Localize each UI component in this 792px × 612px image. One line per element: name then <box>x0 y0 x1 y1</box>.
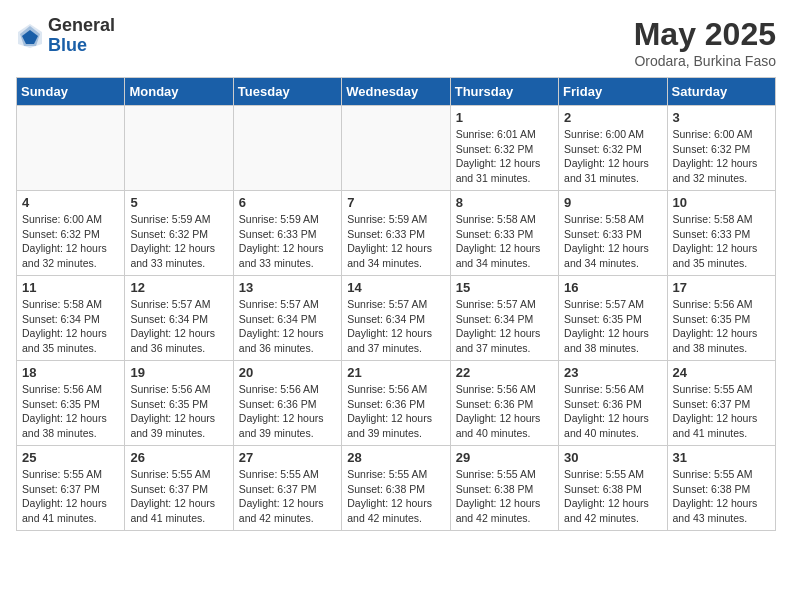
day-header-thursday: Thursday <box>450 78 558 106</box>
calendar-cell: 1Sunrise: 6:01 AM Sunset: 6:32 PM Daylig… <box>450 106 558 191</box>
day-info: Sunrise: 5:58 AM Sunset: 6:33 PM Dayligh… <box>564 212 661 271</box>
calendar-cell: 29Sunrise: 5:55 AM Sunset: 6:38 PM Dayli… <box>450 446 558 531</box>
calendar-cell: 25Sunrise: 5:55 AM Sunset: 6:37 PM Dayli… <box>17 446 125 531</box>
calendar-cell: 7Sunrise: 5:59 AM Sunset: 6:33 PM Daylig… <box>342 191 450 276</box>
calendar-cell: 12Sunrise: 5:57 AM Sunset: 6:34 PM Dayli… <box>125 276 233 361</box>
calendar-cell: 30Sunrise: 5:55 AM Sunset: 6:38 PM Dayli… <box>559 446 667 531</box>
calendar-cell: 23Sunrise: 5:56 AM Sunset: 6:36 PM Dayli… <box>559 361 667 446</box>
day-info: Sunrise: 6:01 AM Sunset: 6:32 PM Dayligh… <box>456 127 553 186</box>
calendar-cell: 6Sunrise: 5:59 AM Sunset: 6:33 PM Daylig… <box>233 191 341 276</box>
day-info: Sunrise: 5:55 AM Sunset: 6:37 PM Dayligh… <box>239 467 336 526</box>
logo: General Blue <box>16 16 115 56</box>
day-info: Sunrise: 5:57 AM Sunset: 6:35 PM Dayligh… <box>564 297 661 356</box>
day-info: Sunrise: 5:56 AM Sunset: 6:36 PM Dayligh… <box>347 382 444 441</box>
day-number: 18 <box>22 365 119 380</box>
calendar-cell <box>125 106 233 191</box>
day-number: 3 <box>673 110 770 125</box>
week-row-1: 1Sunrise: 6:01 AM Sunset: 6:32 PM Daylig… <box>17 106 776 191</box>
day-number: 19 <box>130 365 227 380</box>
calendar-cell: 22Sunrise: 5:56 AM Sunset: 6:36 PM Dayli… <box>450 361 558 446</box>
day-number: 13 <box>239 280 336 295</box>
day-header-friday: Friday <box>559 78 667 106</box>
calendar-cell: 31Sunrise: 5:55 AM Sunset: 6:38 PM Dayli… <box>667 446 775 531</box>
day-number: 24 <box>673 365 770 380</box>
calendar-cell: 14Sunrise: 5:57 AM Sunset: 6:34 PM Dayli… <box>342 276 450 361</box>
day-info: Sunrise: 6:00 AM Sunset: 6:32 PM Dayligh… <box>673 127 770 186</box>
calendar-cell: 5Sunrise: 5:59 AM Sunset: 6:32 PM Daylig… <box>125 191 233 276</box>
day-number: 26 <box>130 450 227 465</box>
day-info: Sunrise: 5:56 AM Sunset: 6:36 PM Dayligh… <box>564 382 661 441</box>
day-info: Sunrise: 6:00 AM Sunset: 6:32 PM Dayligh… <box>22 212 119 271</box>
day-info: Sunrise: 5:57 AM Sunset: 6:34 PM Dayligh… <box>130 297 227 356</box>
calendar-cell: 24Sunrise: 5:55 AM Sunset: 6:37 PM Dayli… <box>667 361 775 446</box>
calendar-cell: 3Sunrise: 6:00 AM Sunset: 6:32 PM Daylig… <box>667 106 775 191</box>
day-header-tuesday: Tuesday <box>233 78 341 106</box>
day-info: Sunrise: 5:55 AM Sunset: 6:37 PM Dayligh… <box>673 382 770 441</box>
calendar-cell: 17Sunrise: 5:56 AM Sunset: 6:35 PM Dayli… <box>667 276 775 361</box>
day-info: Sunrise: 5:57 AM Sunset: 6:34 PM Dayligh… <box>456 297 553 356</box>
day-info: Sunrise: 5:59 AM Sunset: 6:33 PM Dayligh… <box>347 212 444 271</box>
logo-icon <box>16 22 44 50</box>
day-number: 27 <box>239 450 336 465</box>
logo-text: General Blue <box>48 16 115 56</box>
week-row-4: 18Sunrise: 5:56 AM Sunset: 6:35 PM Dayli… <box>17 361 776 446</box>
day-number: 11 <box>22 280 119 295</box>
day-info: Sunrise: 5:58 AM Sunset: 6:33 PM Dayligh… <box>673 212 770 271</box>
calendar-cell: 27Sunrise: 5:55 AM Sunset: 6:37 PM Dayli… <box>233 446 341 531</box>
day-number: 30 <box>564 450 661 465</box>
day-info: Sunrise: 5:58 AM Sunset: 6:34 PM Dayligh… <box>22 297 119 356</box>
calendar-cell: 8Sunrise: 5:58 AM Sunset: 6:33 PM Daylig… <box>450 191 558 276</box>
week-row-2: 4Sunrise: 6:00 AM Sunset: 6:32 PM Daylig… <box>17 191 776 276</box>
day-header-sunday: Sunday <box>17 78 125 106</box>
calendar-cell <box>342 106 450 191</box>
day-info: Sunrise: 5:55 AM Sunset: 6:38 PM Dayligh… <box>347 467 444 526</box>
day-header-monday: Monday <box>125 78 233 106</box>
calendar-cell: 18Sunrise: 5:56 AM Sunset: 6:35 PM Dayli… <box>17 361 125 446</box>
day-number: 14 <box>347 280 444 295</box>
day-number: 12 <box>130 280 227 295</box>
day-info: Sunrise: 5:56 AM Sunset: 6:36 PM Dayligh… <box>456 382 553 441</box>
calendar-cell: 16Sunrise: 5:57 AM Sunset: 6:35 PM Dayli… <box>559 276 667 361</box>
day-info: Sunrise: 5:59 AM Sunset: 6:33 PM Dayligh… <box>239 212 336 271</box>
day-number: 15 <box>456 280 553 295</box>
day-number: 16 <box>564 280 661 295</box>
day-header-wednesday: Wednesday <box>342 78 450 106</box>
day-number: 4 <box>22 195 119 210</box>
day-info: Sunrise: 5:56 AM Sunset: 6:35 PM Dayligh… <box>130 382 227 441</box>
day-info: Sunrise: 5:55 AM Sunset: 6:38 PM Dayligh… <box>456 467 553 526</box>
day-number: 22 <box>456 365 553 380</box>
day-number: 21 <box>347 365 444 380</box>
day-number: 7 <box>347 195 444 210</box>
day-info: Sunrise: 5:55 AM Sunset: 6:37 PM Dayligh… <box>22 467 119 526</box>
calendar-cell: 11Sunrise: 5:58 AM Sunset: 6:34 PM Dayli… <box>17 276 125 361</box>
day-info: Sunrise: 5:55 AM Sunset: 6:38 PM Dayligh… <box>673 467 770 526</box>
calendar-cell <box>233 106 341 191</box>
day-info: Sunrise: 5:57 AM Sunset: 6:34 PM Dayligh… <box>347 297 444 356</box>
calendar-cell: 4Sunrise: 6:00 AM Sunset: 6:32 PM Daylig… <box>17 191 125 276</box>
calendar-cell: 28Sunrise: 5:55 AM Sunset: 6:38 PM Dayli… <box>342 446 450 531</box>
day-info: Sunrise: 5:56 AM Sunset: 6:36 PM Dayligh… <box>239 382 336 441</box>
calendar-table: SundayMondayTuesdayWednesdayThursdayFrid… <box>16 77 776 531</box>
day-number: 9 <box>564 195 661 210</box>
calendar-cell: 9Sunrise: 5:58 AM Sunset: 6:33 PM Daylig… <box>559 191 667 276</box>
day-number: 31 <box>673 450 770 465</box>
day-header-saturday: Saturday <box>667 78 775 106</box>
day-info: Sunrise: 5:55 AM Sunset: 6:37 PM Dayligh… <box>130 467 227 526</box>
calendar-cell: 20Sunrise: 5:56 AM Sunset: 6:36 PM Dayli… <box>233 361 341 446</box>
day-number: 6 <box>239 195 336 210</box>
logo-general: General <box>48 16 115 36</box>
day-number: 1 <box>456 110 553 125</box>
calendar-cell: 2Sunrise: 6:00 AM Sunset: 6:32 PM Daylig… <box>559 106 667 191</box>
day-number: 17 <box>673 280 770 295</box>
calendar-cell: 21Sunrise: 5:56 AM Sunset: 6:36 PM Dayli… <box>342 361 450 446</box>
day-number: 5 <box>130 195 227 210</box>
day-number: 28 <box>347 450 444 465</box>
day-info: Sunrise: 5:59 AM Sunset: 6:32 PM Dayligh… <box>130 212 227 271</box>
calendar-cell: 13Sunrise: 5:57 AM Sunset: 6:34 PM Dayli… <box>233 276 341 361</box>
day-number: 10 <box>673 195 770 210</box>
day-info: Sunrise: 5:57 AM Sunset: 6:34 PM Dayligh… <box>239 297 336 356</box>
logo-blue: Blue <box>48 36 115 56</box>
calendar-header-row: SundayMondayTuesdayWednesdayThursdayFrid… <box>17 78 776 106</box>
page-header: General Blue May 2025 Orodara, Burkina F… <box>16 16 776 69</box>
location-subtitle: Orodara, Burkina Faso <box>634 53 776 69</box>
